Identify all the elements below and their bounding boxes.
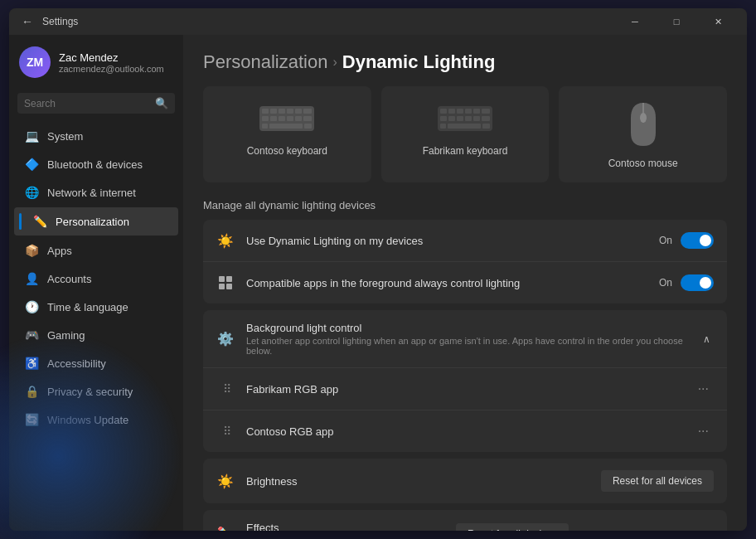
sidebar-item-windows-update[interactable]: 🔄 Windows Update [14,406,178,433]
svg-rect-1 [262,109,269,114]
effects-label: Effects [246,522,444,531]
brightness-label: Brightness [246,475,589,488]
svg-rect-17 [440,109,447,114]
search-icon[interactable]: 🔍 [155,97,168,109]
mouse-icon [626,100,661,149]
svg-rect-4 [287,109,293,114]
user-section: ZM Zac Mendez zacmendez@outlook.com [9,35,183,90]
background-light-sublabel: Let another app control lighting when an… [246,336,688,356]
svg-rect-20 [465,109,472,114]
background-light-panel: ⚙️ Background light control Let another … [203,310,727,452]
svg-rect-25 [457,116,463,121]
svg-rect-11 [295,116,302,121]
device-card-fabrikam-keyboard[interactable]: Fabrikam keyboard [381,86,550,182]
minimize-button[interactable]: ─ [616,8,654,35]
more-options-icon[interactable]: ··· [693,422,714,440]
sidebar-item-label: Apps [47,245,72,257]
svg-rect-34 [219,276,225,282]
sidebar-item-label: Privacy & security [47,386,133,398]
svg-rect-3 [279,109,285,114]
chevron-up-icon[interactable]: ∧ [700,332,714,347]
search-box[interactable]: 🔍 [17,93,175,114]
sidebar-item-gaming[interactable]: 🎮 Gaming [14,322,178,348]
sidebar-item-accounts[interactable]: 👤 Accounts [14,265,178,292]
svg-point-33 [640,113,647,123]
toggle-settings-panel: ☀️ Use Dynamic Lighting on my devices On [203,220,727,303]
breadcrumb-parent[interactable]: Personalization [203,51,327,73]
device-name: Fabrikam keyboard [423,145,508,157]
effects-reset-button[interactable]: Reset for all devices [456,523,569,532]
sidebar-item-personalization[interactable]: ✏️ Personalization [14,207,178,236]
use-dynamic-lighting-row: ☀️ Use Dynamic Lighting on my devices On [203,220,727,262]
background-light-icon: ⚙️ [216,330,235,348]
sidebar-item-label: Accounts [47,273,91,285]
sidebar-item-system[interactable]: 💻 System [14,123,178,149]
personalization-icon: ✏️ [32,214,47,229]
contoso-rgb-row: ⠿ Contoso RGB app ··· [203,410,727,452]
svg-rect-7 [262,116,269,121]
back-button[interactable]: ← [19,13,36,30]
svg-rect-14 [262,124,268,129]
svg-rect-35 [226,276,232,282]
sidebar-item-time[interactable]: 🕐 Time & language [14,294,178,320]
keyboard-icon [258,100,316,137]
maximize-button[interactable]: □ [657,8,695,35]
effects-panel: ✏️ Effects Choose color themes and effec… [203,510,727,531]
svg-rect-23 [440,116,447,121]
title-bar: ← Settings ─ □ ✕ [9,8,747,35]
section-title: Manage all dynamic lighting devices [203,199,727,211]
svg-rect-30 [440,124,446,129]
device-card-contoso-mouse[interactable]: Contoso mouse [559,86,727,182]
brightness-row: ☀️ Brightness Reset for all devices [203,459,727,503]
sidebar-item-apps[interactable]: 📦 Apps [14,237,178,264]
sidebar-item-label: System [47,130,83,143]
page-title: Dynamic Lighting [342,51,496,73]
bluetooth-icon: 🔷 [24,157,39,172]
search-input[interactable] [24,98,150,109]
sidebar-item-label: Gaming [47,329,85,342]
svg-rect-12 [303,116,312,121]
contoso-rgb-label: Contoso RGB app [246,425,681,438]
effects-row: ✏️ Effects Choose color themes and effec… [203,510,727,531]
sidebar-item-bluetooth[interactable]: 🔷 Bluetooth & devices [14,151,178,177]
breadcrumb: Personalization › Dynamic Lighting [203,51,727,73]
svg-rect-21 [473,109,480,114]
compatible-apps-label: Compatible apps in the foreground always… [246,277,647,289]
apps-icon: 📦 [24,243,39,258]
compatible-apps-icon [216,274,235,292]
sidebar-item-privacy[interactable]: 🔒 Privacy & security [14,378,178,405]
svg-rect-36 [219,284,225,289]
svg-rect-18 [448,109,455,114]
keyboard-icon [436,100,494,137]
window-title: Settings [42,16,78,27]
accounts-icon: 👤 [24,271,39,286]
drag-handle-icon[interactable]: ⠿ [223,425,231,438]
svg-rect-10 [287,116,293,121]
more-options-icon[interactable]: ··· [693,380,714,398]
effects-icon: ✏️ [216,525,235,532]
device-card-contoso-keyboard[interactable]: Contoso keyboard [203,86,371,182]
brightness-reset-button[interactable]: Reset for all devices [601,470,714,492]
settings-window: ← Settings ─ □ ✕ ZM Zac Mendez zacmendez… [9,8,747,531]
svg-rect-6 [303,109,312,114]
sidebar-item-network[interactable]: 🌐 Network & internet [14,179,178,206]
sidebar-item-label: Windows Update [47,414,128,426]
sidebar-item-accessibility[interactable]: ♿ Accessibility [14,350,178,376]
sidebar: ZM Zac Mendez zacmendez@outlook.com 🔍 💻 … [9,35,183,531]
avatar: ZM [19,46,51,78]
gaming-icon: 🎮 [24,328,39,342]
svg-rect-24 [448,116,455,121]
user-email: zacmendez@outlook.com [59,64,164,74]
compatible-apps-row: Compatible apps in the foreground always… [203,262,727,303]
close-button[interactable]: ✕ [699,8,737,35]
compatible-apps-toggle[interactable] [681,274,714,291]
device-cards: Contoso keyboard [203,86,727,182]
background-light-control-row: ⚙️ Background light control Let another … [203,310,727,368]
svg-rect-13 [269,124,303,129]
dynamic-lighting-toggle[interactable] [681,232,714,249]
system-icon: 💻 [24,129,39,143]
svg-rect-19 [457,109,463,114]
svg-rect-31 [482,124,490,129]
drag-handle-icon[interactable]: ⠿ [223,382,231,396]
active-indicator [19,213,22,230]
